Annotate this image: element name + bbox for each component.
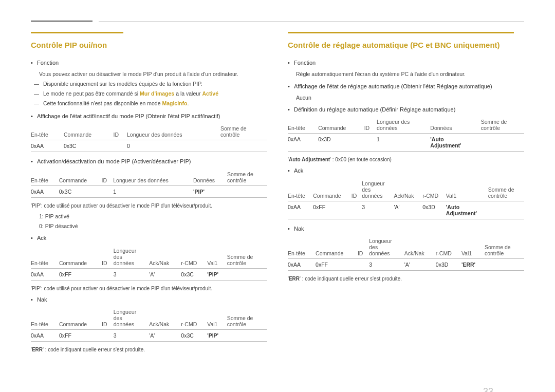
right-t1-h5: Données (430, 117, 480, 134)
left-t4-h4: Longueurdesdonnées (114, 307, 149, 330)
right-table3: En-tête Commande ID Longueurdesdonnées A… (288, 236, 524, 271)
left-pip-0: 0: PIP désactivé (39, 222, 267, 231)
left-t2-h6: Somme decontrôle (227, 169, 267, 186)
left-t2-row: 0xAA 0x3C 1 'PIP' (31, 185, 267, 197)
right-bullet-fonction: Fonction (294, 59, 524, 67)
left-t3-h6: r-CMD (181, 246, 207, 269)
left-table1: En-tête Commande ID Longueur des données… (31, 123, 267, 152)
right-t3-h4: Longueurdesdonnées (369, 236, 404, 259)
left-t2-h4: Longueur des données (113, 169, 193, 186)
right-t2-h2: Commande (313, 178, 351, 201)
left-dash1: Disponible uniquement sur les modèles éq… (43, 80, 267, 88)
right-bullet3: Définition du réglage automatique (Défin… (294, 105, 524, 114)
right-t2-h8: Somme decontrôle (488, 178, 524, 201)
right-t2-h5: Ack/Nak (394, 178, 422, 201)
right-t2-h1: En-tête (288, 178, 313, 201)
left-t3-h4: Longueurdesdonnées (114, 246, 149, 269)
left-t4-h5: Ack/Nak (149, 307, 181, 330)
right-t3-h2: Commande (316, 236, 358, 259)
right-t2-h7: Val1 (446, 178, 488, 201)
right-t1-row: 0xAA 0x3D 1 'AutoAdjustment' (288, 134, 524, 152)
left-dash3: Cette fonctionnalité n'est pas disponibl… (43, 100, 267, 108)
left-bullet3: Activation/désactivation du mode PIP (Ac… (37, 157, 267, 166)
left-t3-h1: En-tête (31, 246, 59, 269)
left-table2: En-tête Commande ID Longueur des données… (31, 169, 267, 198)
right-bullet2-sub: Aucun (296, 94, 524, 102)
right-bullet5: Nak (294, 225, 524, 233)
left-dash2: Le mode ne peut pas être commandé si Mur… (43, 90, 267, 98)
left-t4-row: 0xAA 0xFF 3 'A' 0x3C 'PIP' (31, 330, 267, 342)
right-t2-row: 0xAA 0xFF 3 'A' 0x3D 'AutoAdjustment' (288, 201, 524, 219)
left-pip-note1: 'PIP': code utilisé pour activer ou désa… (31, 203, 267, 209)
left-t1-h4: Longueur des données (127, 123, 220, 140)
right-t2-h4: Longueurdesdonnées (362, 178, 394, 201)
right-t1-h3: ID (364, 117, 377, 134)
left-t4-h7: Val1 (207, 307, 227, 330)
left-t3-h5: Ack/Nak (149, 246, 181, 269)
left-t3-h2: Commande (59, 246, 102, 269)
right-fonction-desc: Règle automatiquement l'écran du système… (296, 70, 524, 79)
left-pip-1: 1: PIP activé (39, 213, 267, 221)
left-t4-h3: ID (102, 307, 114, 330)
right-t3-h5: Ack/Nak (404, 236, 436, 259)
right-table2: En-tête Commande ID Longueurdesdonnées A… (288, 178, 524, 219)
left-pip-note2: 'PIP': code utilisé pour activer ou désa… (31, 286, 267, 291)
right-table1: En-tête Commande ID Longueur desdonnées … (288, 117, 524, 152)
left-table4: En-tête Commande ID Longueurdesdonnées A… (31, 307, 267, 342)
right-auto-note: 'Auto Adjustment' : 0x00 (en toute occas… (288, 157, 524, 162)
right-bullet2: Affichage de l'état de réglage automatiq… (294, 82, 524, 91)
left-t3-h7: Val1 (207, 246, 227, 269)
left-err-note: 'ERR' : code indiquant quelle erreur s'e… (31, 347, 267, 352)
left-t4-h1: En-tête (31, 307, 59, 330)
left-t1-h3: ID (114, 123, 127, 140)
right-t3-h8: Somme decontrôle (485, 236, 524, 259)
left-t4-h6: r-CMD (181, 307, 207, 330)
right-t3-h6: r-CMD (436, 236, 461, 259)
left-bullet2: Affichage de l'état actif/inactif du mod… (37, 112, 267, 121)
left-t4-h8: Somme decontrôle (227, 307, 267, 330)
left-bullet5: Nak (37, 295, 267, 304)
right-t3-h3: ID (358, 236, 369, 259)
left-t3-h3: ID (102, 246, 114, 269)
right-t3-h7: Val1 (461, 236, 485, 259)
left-section-title: Contrôle PIP oui/non (31, 41, 267, 51)
right-section-title: Contrôle de réglage automatique (PC et B… (288, 41, 524, 51)
left-bullet4: Ack (37, 234, 267, 242)
left-t3-row: 0xAA 0xFF 3 'A' 0x3C 'PIP' (31, 268, 267, 280)
left-table3: En-tête Commande ID Longueurdesdonnées A… (31, 246, 267, 281)
left-t2-h5: Données (193, 169, 227, 186)
right-t3-row: 0xAA 0xFF 3 'A' 0x3D 'ERR' (288, 259, 524, 271)
left-t4-h2: Commande (59, 307, 102, 330)
right-t1-h1: En-tête (288, 117, 318, 134)
right-t2-h6: r-CMD (422, 178, 446, 201)
left-t2-h3: ID (102, 169, 114, 186)
left-t3-h8: Somme decontrôle (227, 246, 267, 269)
right-t1-h4: Longueur desdonnées (377, 117, 430, 134)
right-t3-h1: En-tête (288, 236, 316, 259)
left-t2-h1: En-tête (31, 169, 59, 186)
right-err-note: 'ERR' : code indiquant quelle erreur s'e… (288, 276, 524, 282)
right-t1-h6: Somme decontrôle (481, 117, 524, 134)
right-t1-h2: Commande (318, 117, 364, 134)
left-t1-row: 0xAA 0x3C 0 (31, 140, 267, 152)
page-number: 33 (483, 386, 493, 392)
left-bullet-fonction: Fonction (37, 59, 267, 67)
left-t1-h1: En-tête (31, 123, 64, 140)
left-fonction-desc: Vous pouvez activer ou désactiver le mod… (39, 70, 267, 79)
right-t2-h3: ID (351, 178, 362, 201)
left-t1-h5: Somme decontrôle (220, 123, 267, 140)
left-t1-h2: Commande (64, 123, 114, 140)
right-bullet4: Ack (294, 166, 524, 175)
left-t2-h2: Commande (59, 169, 102, 186)
